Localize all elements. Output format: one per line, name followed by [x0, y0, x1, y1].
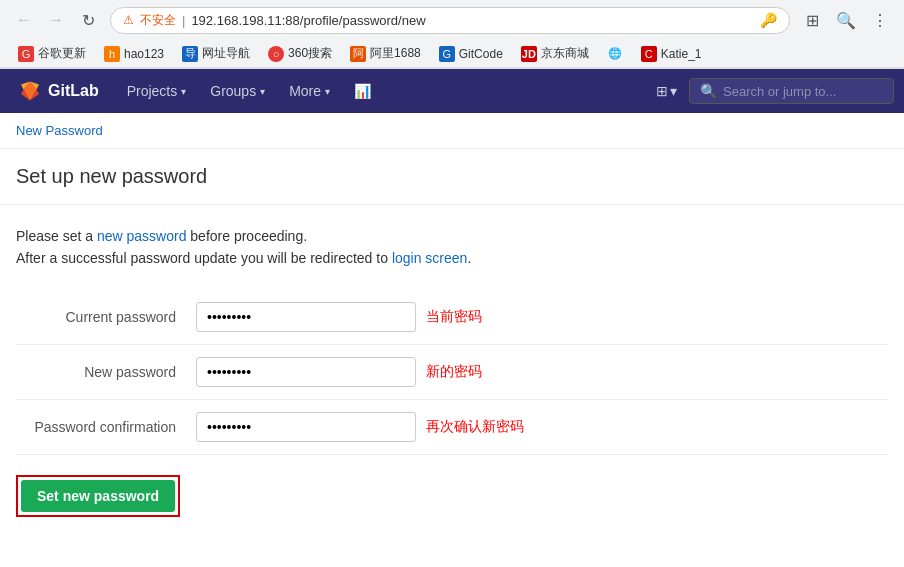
confirm-password-input[interactable]	[196, 412, 416, 442]
browser-icons: ⊞ 🔍 ⋮	[798, 6, 894, 34]
confirm-password-annotation: 再次确认新密码	[426, 418, 524, 436]
bookmark-nav-icon: 导	[182, 46, 198, 62]
current-password-field-wrap: 当前密码	[196, 302, 888, 332]
gitlab-nav: GitLab Projects ▾ Groups ▾ More ▾ 📊 ⊞ ▾ …	[0, 69, 904, 113]
gitlab-logo-icon	[18, 79, 42, 103]
search-icon: 🔍	[700, 83, 717, 99]
bookmark-nav-label: 网址导航	[202, 45, 250, 62]
bookmark-jd-icon: JD	[521, 46, 537, 62]
gitlab-logo-text: GitLab	[48, 82, 99, 100]
new-password-label: New password	[16, 364, 196, 380]
current-password-annotation: 当前密码	[426, 308, 482, 326]
info-line1-prefix: Please set a	[16, 228, 97, 244]
search-input[interactable]	[723, 84, 883, 99]
info-text: Please set a new password before proceed…	[16, 225, 888, 270]
nav-buttons: ← → ↻	[10, 6, 102, 34]
bookmark-360-label: 360搜索	[288, 45, 332, 62]
nav-more-label: More	[289, 83, 321, 99]
current-password-input[interactable]	[196, 302, 416, 332]
submit-button[interactable]: Set new password	[21, 480, 175, 512]
current-password-row: Current password 当前密码	[16, 290, 888, 345]
address-text: 192.168.198.11:88/profile/password/new	[191, 13, 754, 28]
address-bar[interactable]: ⚠ 不安全 | 192.168.198.11:88/profile/passwo…	[110, 7, 790, 34]
bookmark-world[interactable]: 🌐	[599, 44, 631, 64]
page-content: New Password Set up new password Please …	[0, 113, 904, 557]
nav-activity[interactable]: 📊	[342, 69, 383, 113]
browser-toolbar: ← → ↻ ⚠ 不安全 | 192.168.198.11:88/profile/…	[0, 0, 904, 40]
page-header: Set up new password	[0, 149, 904, 205]
main-nav: Projects ▾ Groups ▾ More ▾ 📊	[115, 69, 383, 113]
nav-create-btn[interactable]: ⊞ ▾	[650, 77, 683, 105]
info-line1: Please set a new password before proceed…	[16, 225, 888, 247]
bookmark-gitcode-label: GitCode	[459, 47, 503, 61]
bookmark-google-icon: G	[18, 46, 34, 62]
nav-actions: ⊞ ▾ 🔍	[650, 77, 894, 105]
new-password-row: New password 新的密码	[16, 345, 888, 400]
bookmark-katie-label: Katie_1	[661, 47, 702, 61]
nav-projects-chevron: ▾	[181, 86, 186, 97]
info-link1[interactable]: new password	[97, 228, 187, 244]
bookmark-hao123[interactable]: h hao123	[96, 44, 172, 64]
confirm-password-label: Password confirmation	[16, 419, 196, 435]
security-warning-icon: ⚠	[123, 13, 134, 27]
password-form: Current password 当前密码 New password 新的密码 …	[16, 290, 888, 537]
bookmark-hao123-icon: h	[104, 46, 120, 62]
confirm-password-row: Password confirmation 再次确认新密码	[16, 400, 888, 455]
key-icon: 🔑	[760, 12, 777, 28]
bookmark-1688-icon: 阿	[350, 46, 366, 62]
nav-activity-icon: 📊	[354, 83, 371, 99]
nav-groups-chevron: ▾	[260, 86, 265, 97]
new-password-field-wrap: 新的密码	[196, 357, 888, 387]
info-line2-suffix: .	[467, 250, 471, 266]
current-password-label: Current password	[16, 309, 196, 325]
bookmark-world-icon: 🌐	[607, 46, 623, 62]
bookmark-360[interactable]: ○ 360搜索	[260, 43, 340, 64]
bookmark-gitcode[interactable]: G GitCode	[431, 44, 511, 64]
nav-more[interactable]: More ▾	[277, 69, 342, 113]
page-title: Set up new password	[16, 165, 888, 188]
nav-projects-label: Projects	[127, 83, 178, 99]
bookmark-google[interactable]: G 谷歌更新	[10, 43, 94, 64]
breadcrumb-link[interactable]: New Password	[16, 123, 103, 138]
info-line2: After a successful password update you w…	[16, 247, 888, 269]
bookmark-jd[interactable]: JD 京东商城	[513, 43, 597, 64]
reload-button[interactable]: ↻	[74, 6, 102, 34]
breadcrumb: New Password	[0, 113, 904, 149]
nav-create-icon: ⊞	[656, 83, 668, 99]
address-separator: |	[182, 13, 185, 28]
bookmark-google-label: 谷歌更新	[38, 45, 86, 62]
nav-create-chevron: ▾	[670, 83, 677, 99]
nav-groups[interactable]: Groups ▾	[198, 69, 277, 113]
bookmark-jd-label: 京东商城	[541, 45, 589, 62]
translate-button[interactable]: ⊞	[798, 6, 826, 34]
bookmark-360-icon: ○	[268, 46, 284, 62]
gitlab-logo[interactable]: GitLab	[10, 79, 107, 103]
info-link2[interactable]: login screen	[392, 250, 468, 266]
new-password-input[interactable]	[196, 357, 416, 387]
zoom-button[interactable]: 🔍	[832, 6, 860, 34]
submit-btn-highlight: Set new password	[16, 475, 180, 517]
bookmark-1688[interactable]: 阿 阿里1688	[342, 43, 429, 64]
bookmark-1688-label: 阿里1688	[370, 45, 421, 62]
search-bar[interactable]: 🔍	[689, 78, 894, 104]
browser-chrome: ← → ↻ ⚠ 不安全 | 192.168.198.11:88/profile/…	[0, 0, 904, 69]
nav-groups-label: Groups	[210, 83, 256, 99]
info-line1-suffix: before proceeding.	[186, 228, 307, 244]
nav-projects[interactable]: Projects ▾	[115, 69, 199, 113]
bookmark-gitcode-icon: G	[439, 46, 455, 62]
forward-button[interactable]: →	[42, 6, 70, 34]
bookmarks-bar: G 谷歌更新 h hao123 导 网址导航 ○ 360搜索 阿 阿里1688 …	[0, 40, 904, 68]
menu-button[interactable]: ⋮	[866, 6, 894, 34]
bookmark-katie[interactable]: C Katie_1	[633, 44, 710, 64]
submit-section: Set new password	[16, 455, 888, 537]
bookmark-katie-icon: C	[641, 46, 657, 62]
confirm-password-field-wrap: 再次确认新密码	[196, 412, 888, 442]
bookmark-nav[interactable]: 导 网址导航	[174, 43, 258, 64]
new-password-annotation: 新的密码	[426, 363, 482, 381]
bookmark-hao123-label: hao123	[124, 47, 164, 61]
page-body: Please set a new password before proceed…	[0, 205, 904, 557]
security-warning-text: 不安全	[140, 12, 176, 29]
info-line2-prefix: After a successful password update you w…	[16, 250, 392, 266]
back-button[interactable]: ←	[10, 6, 38, 34]
nav-more-chevron: ▾	[325, 86, 330, 97]
